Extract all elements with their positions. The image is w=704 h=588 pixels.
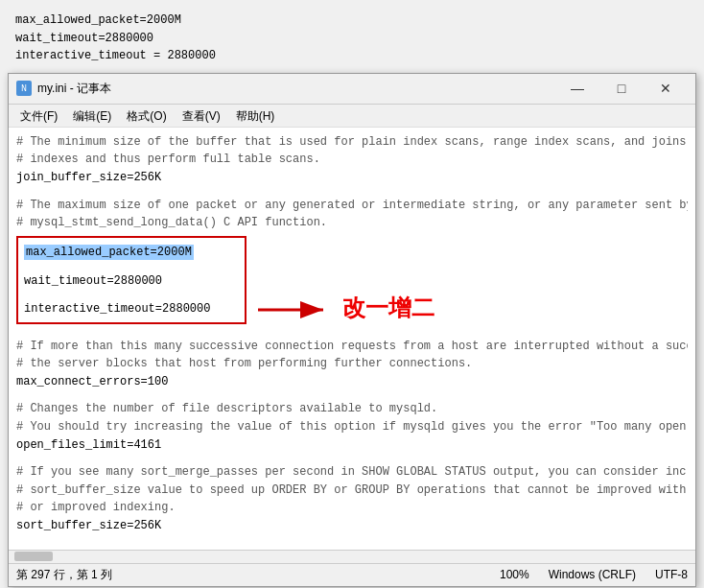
cursor-position: 第 297 行，第 1 列 [16, 567, 112, 583]
blank-1 [16, 187, 688, 197]
app-icon-label: N [21, 83, 27, 94]
line-comment-3: # The maximum size of one packet or any … [16, 197, 688, 215]
menu-item-4[interactable]: 帮助(H) [228, 106, 283, 125]
menu-bar: 文件(F)编辑(E)格式(O)查看(V)帮助(H) [9, 105, 695, 128]
hl-line-packet: max_allowed_packet=2000M [24, 244, 239, 262]
file-encoding: UTF-8 [655, 568, 688, 581]
notepad-window: N my.ini - 记事本 — □ ✕ 文件(F)编辑(E)格式(O)查看(V… [8, 73, 696, 587]
blank-4 [16, 454, 688, 463]
menu-item-2[interactable]: 格式(O) [119, 106, 174, 125]
line-comment-4: # mysql_stmt_send_long_data() C API func… [16, 214, 688, 232]
line-join-buffer: join_buffer_size=256K [16, 169, 688, 187]
line-comment-5: # If more than this many successive conn… [16, 338, 688, 356]
top-line-2: wait_timeout=2880000 [15, 30, 216, 48]
status-right: 100% Windows (CRLF) UTF-8 [500, 568, 688, 581]
line-comment-8: # You should try increasing the value of… [16, 418, 688, 436]
menu-item-3[interactable]: 查看(V) [175, 106, 228, 125]
block-1: # The minimum size of the buffer that is… [16, 133, 688, 187]
block-4: # Changes the number of file descriptors… [16, 400, 688, 454]
top-line-3: interactive_timeout = 2880000 [15, 47, 216, 65]
line-sort-buffer: sort_buffer_size=256K [16, 517, 688, 535]
app-icon: N [16, 81, 32, 96]
line-comment-11: # or improved indexing. [16, 499, 688, 517]
minimize-button[interactable]: — [555, 73, 599, 104]
top-code-snippet: max_allowed_packet=2000M wait_timeout=28… [8, 8, 223, 73]
arrow-icon [258, 289, 335, 327]
hl-blank-1 [24, 263, 239, 272]
editor-content[interactable]: # The minimum size of the buffer that is… [9, 128, 695, 550]
block-5: # If you see many sort_merge_passes per … [16, 463, 688, 534]
horizontal-scrollbar[interactable] [9, 550, 695, 563]
hl-line-interactive: interactive_timeout=2880000 [24, 300, 239, 318]
line-comment-10: # sort_buffer_size value to speed up ORD… [16, 482, 688, 500]
menu-item-0[interactable]: 文件(F) [12, 106, 65, 125]
line-open-files: open_files_limit=4161 [16, 436, 688, 455]
line-comment-1: # The minimum size of the buffer that is… [16, 133, 688, 152]
highlight-block: max_allowed_packet=2000M wait_timeout=28… [16, 236, 246, 324]
hl-blank-2 [24, 291, 239, 300]
blank-3 [16, 390, 688, 400]
block-3: # If more than this many successive conn… [16, 338, 688, 391]
blank-2 [16, 328, 688, 338]
line-comment-6: # the server blocks that host from perfo… [16, 355, 688, 373]
maximize-button[interactable]: □ [599, 73, 644, 104]
line-comment-2: # indexes and thus perform full table sc… [16, 151, 688, 169]
block-2: # The maximum size of one packet or any … [16, 197, 688, 232]
status-bar: 第 297 行，第 1 列 100% Windows (CRLF) UTF-8 [9, 563, 695, 586]
hscroll-thumb[interactable] [14, 552, 53, 561]
line-max-connect: max_connect_errors=100 [16, 373, 688, 391]
highlighted-packet: max_allowed_packet=2000M [24, 245, 194, 260]
title-bar: N my.ini - 记事本 — □ ✕ [9, 74, 695, 105]
window-controls: — □ ✕ [555, 73, 688, 104]
hl-line-wait: wait_timeout=2880000 [24, 272, 239, 291]
menu-item-1[interactable]: 编辑(E) [65, 106, 119, 125]
line-comment-9: # If you see many sort_merge_passes per … [16, 463, 688, 482]
top-line-1: max_allowed_packet=2000M [15, 12, 216, 30]
annotation: 改一增二 [258, 289, 434, 327]
window-title: my.ini - 记事本 [37, 81, 555, 97]
close-button[interactable]: ✕ [644, 73, 688, 104]
zoom-level: 100% [500, 568, 529, 581]
annotation-text: 改一增二 [342, 293, 434, 323]
line-ending: Windows (CRLF) [549, 568, 636, 581]
line-comment-7: # Changes the number of file descriptors… [16, 400, 688, 418]
